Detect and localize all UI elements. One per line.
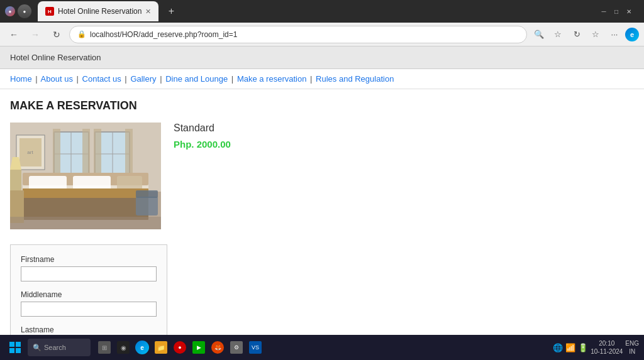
address-bar[interactable]: 🔒 localhost/HOR/add_reserve.php?room_id=…: [69, 26, 527, 43]
nav-separator-3: |: [125, 74, 126, 84]
minimize-button[interactable]: ─: [599, 6, 609, 16]
taskbar-app-2[interactable]: ◉: [114, 339, 132, 356]
svg-rect-30: [9, 342, 14, 347]
tab-title: Hotel Online Reservation: [58, 7, 142, 16]
main-content: MAKE A RESERVATION: [0, 89, 440, 335]
app-icon-5: 🦊: [211, 341, 224, 354]
firstname-group: Firstname: [21, 255, 157, 281]
files-icon: 📁: [155, 341, 167, 354]
browser-window: ● ● H Hotel Online Reservation ✕ + ─ □ ✕…: [0, 0, 644, 360]
language-indicator[interactable]: ENG IN: [625, 339, 639, 356]
nav-separator-4: |: [160, 74, 162, 84]
taskbar-app-icon-1: ⊞: [98, 341, 111, 354]
app-icon-3: ●: [174, 341, 186, 354]
title-bar: ● ● H Hotel Online Reservation ✕ + ─ □ ✕: [0, 0, 644, 23]
search-icon: 🔍: [33, 344, 42, 352]
taskbar-app-1[interactable]: ⊞: [96, 339, 113, 356]
nav-about-us[interactable]: About us: [41, 74, 73, 84]
svg-rect-11: [82, 129, 90, 176]
maximize-button[interactable]: □: [611, 6, 621, 16]
tab-close-button[interactable]: ✕: [145, 8, 151, 16]
nav-make-reservation[interactable]: Make a reservation: [237, 74, 307, 84]
taskbar-app-7[interactable]: VS: [247, 339, 264, 356]
svg-rect-13: [125, 129, 133, 176]
nav-contact-us[interactable]: Contact us: [82, 74, 121, 84]
browser-toolbar: ← → ↻ 🔒 localhost/HOR/add_reserve.php?ro…: [0, 23, 644, 46]
reservation-form: Firstname Middlename Lastname Address: [10, 244, 167, 335]
start-button[interactable]: [5, 337, 25, 357]
taskbar-app-browser[interactable]: e: [133, 339, 151, 356]
taskbar-app-5[interactable]: 🦊: [209, 339, 226, 356]
window-controls: ─ □ ✕: [599, 6, 634, 16]
favorites-icon[interactable]: ☆: [550, 26, 566, 43]
active-tab[interactable]: H Hotel Online Reservation ✕: [38, 1, 158, 21]
app-icon-4: ▶: [192, 341, 205, 354]
refresh-button[interactable]: ↻: [48, 26, 65, 43]
middlename-label: Middlename: [21, 290, 157, 299]
taskbar: 🔍 Search ⊞ ◉ e 📁 ● ▶ 🦊: [0, 335, 644, 360]
svg-rect-33: [16, 348, 21, 353]
toolbar-actions: 🔍 ☆ ↻ ☆ ··· e: [531, 26, 639, 43]
clock[interactable]: 20:10 10-11-2024: [591, 339, 623, 356]
nav-separator-1: |: [35, 74, 37, 84]
nav-home[interactable]: Home: [10, 74, 32, 84]
date-display: 10-11-2024: [591, 347, 623, 356]
profile-icon[interactable]: ●: [18, 4, 31, 18]
room-name: Standard: [174, 123, 231, 134]
time-display: 20:10: [591, 339, 623, 347]
close-button[interactable]: ✕: [624, 6, 634, 16]
middlename-group: Middlename: [21, 290, 157, 317]
page-content: Hotel Online Reservation Home | About us…: [0, 46, 644, 335]
edge-logo: e: [625, 28, 639, 41]
nav-separator-5: |: [231, 74, 233, 84]
nav-separator-2: |: [77, 74, 79, 84]
taskbar-app-icon-2: ◉: [117, 341, 130, 354]
svg-rect-10: [53, 129, 60, 176]
svg-text:art: art: [27, 150, 33, 155]
nav-rules[interactable]: Rules and Regulation: [316, 74, 394, 84]
url-text: localhost/HOR/add_reserve.php?room_id=1: [90, 30, 237, 39]
room-card: art: [10, 123, 430, 229]
pinned-sites-icon[interactable]: ☆: [587, 26, 604, 43]
firstname-label: Firstname: [21, 255, 157, 264]
firstname-input[interactable]: [21, 266, 157, 281]
new-tab-button[interactable]: +: [162, 3, 180, 20]
search-label: Search: [44, 344, 66, 351]
room-image: art: [10, 123, 161, 229]
room-price: Php. 2000.00: [174, 139, 231, 150]
lastname-group: Lastname: [21, 325, 157, 335]
back-button[interactable]: ←: [5, 26, 23, 43]
taskbar-app-4[interactable]: ▶: [190, 339, 208, 356]
room-info: Standard Php. 2000.00: [174, 123, 231, 229]
taskbar-search-box[interactable]: 🔍 Search: [28, 339, 91, 356]
nav-separator-6: |: [310, 74, 312, 84]
nav-dine-lounge[interactable]: Dine and Lounge: [165, 74, 228, 84]
svg-rect-32: [9, 348, 14, 353]
more-options-button[interactable]: ···: [606, 26, 623, 43]
middlename-input[interactable]: [21, 302, 157, 317]
svg-rect-29: [10, 217, 161, 229]
taskbar-app-files[interactable]: 📁: [152, 339, 170, 356]
lock-icon: 🔒: [77, 30, 86, 38]
battery-icon: 🔋: [578, 343, 588, 352]
app-icon-7: VS: [249, 341, 262, 354]
search-icon[interactable]: 🔍: [531, 26, 547, 43]
svg-rect-27: [136, 197, 158, 215]
reload-icon[interactable]: ↻: [569, 26, 585, 43]
nav-gallery[interactable]: Gallery: [130, 74, 156, 84]
network-icon: 🌐: [553, 343, 563, 352]
taskbar-app-3[interactable]: ●: [171, 339, 189, 356]
svg-rect-24: [10, 170, 21, 192]
windows-logo-icon: [9, 341, 21, 354]
wifi-icon: 📶: [565, 343, 575, 352]
forward-button[interactable]: →: [26, 26, 44, 43]
site-navigation: Home | About us | Contact us | Gallery |…: [0, 69, 644, 89]
svg-rect-23: [23, 188, 148, 198]
room-image-svg: art: [10, 123, 161, 229]
svg-rect-31: [16, 342, 21, 347]
svg-rect-28: [136, 190, 158, 198]
site-title: Hotel Online Reservation: [10, 53, 101, 62]
tab-favicon: H: [45, 7, 54, 16]
taskbar-app-6[interactable]: ⚙: [228, 339, 245, 356]
system-tray: 🌐 📶 🔋 20:10 10-11-2024 ENG IN: [553, 339, 639, 356]
